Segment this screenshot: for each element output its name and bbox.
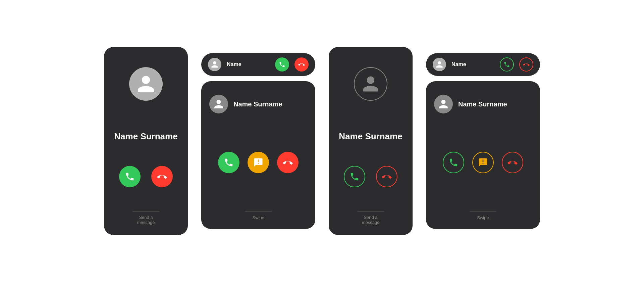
- middle-notif-decline-button[interactable]: [294, 57, 309, 72]
- right-big-card-avatar: [434, 95, 453, 113]
- middle-big-card-buttons: [218, 152, 299, 173]
- middle-notif-bar: Name: [201, 53, 315, 76]
- middle-notif-avatar: [208, 58, 221, 71]
- right-big-card-buttons: [443, 152, 523, 173]
- right-phone-card: Name Surname Send a message: [329, 47, 413, 235]
- middle-big-card-name: Name Surname: [233, 100, 282, 108]
- middle-big-card-header: Name Surname: [209, 95, 307, 113]
- right-big-card-accept-button[interactable]: [443, 152, 464, 173]
- right-big-card: Name Surname S: [426, 81, 540, 229]
- right-notif-bar: Name: [426, 53, 540, 76]
- right-notif-decline-button[interactable]: [519, 57, 533, 72]
- middle-big-card-decline-button[interactable]: [277, 152, 299, 173]
- left-phone-card: Name Surname Send a message: [104, 47, 188, 235]
- left-phone-decline-button[interactable]: [151, 166, 173, 187]
- right-phone-decline-button[interactable]: [376, 166, 397, 187]
- left-phone-accept-button[interactable]: [119, 166, 141, 187]
- right-notif-name: Name: [451, 61, 494, 67]
- right-phone-send-message[interactable]: Send a message: [357, 211, 384, 225]
- right-phone-action-buttons: [344, 166, 397, 187]
- right-phone-avatar: [354, 67, 387, 101]
- right-phone-caller-name: Name Surname: [339, 131, 402, 142]
- middle-column: Name Name Surname: [201, 53, 315, 229]
- right-big-card-header: Name Surname: [434, 95, 532, 113]
- right-big-card-name: Name Surname: [458, 100, 507, 108]
- right-big-card-message-button[interactable]: [472, 152, 494, 173]
- left-phone-action-buttons: [119, 166, 173, 187]
- left-phone-avatar: [129, 67, 163, 101]
- middle-notif-name: Name: [227, 61, 270, 67]
- right-big-card-swipe[interactable]: Swipe: [470, 211, 496, 220]
- right-column: Name Name Surname: [426, 53, 540, 229]
- left-phone-caller-name: Name Surname: [114, 131, 177, 142]
- middle-big-card-message-button[interactable]: [248, 152, 269, 173]
- middle-big-card: Name Surname S: [201, 81, 315, 229]
- right-phone-accept-button[interactable]: [344, 166, 365, 187]
- right-big-card-decline-button[interactable]: [502, 152, 523, 173]
- main-container: Name Surname Send a message Na: [0, 34, 644, 248]
- middle-big-card-swipe[interactable]: Swipe: [245, 211, 272, 220]
- middle-big-card-avatar: [209, 95, 228, 113]
- left-phone-send-message[interactable]: Send a message: [132, 211, 159, 225]
- right-notif-accept-button[interactable]: [500, 57, 514, 72]
- middle-big-card-accept-button[interactable]: [218, 152, 239, 173]
- right-notif-avatar: [433, 58, 446, 71]
- middle-notif-accept-button[interactable]: [275, 57, 289, 72]
